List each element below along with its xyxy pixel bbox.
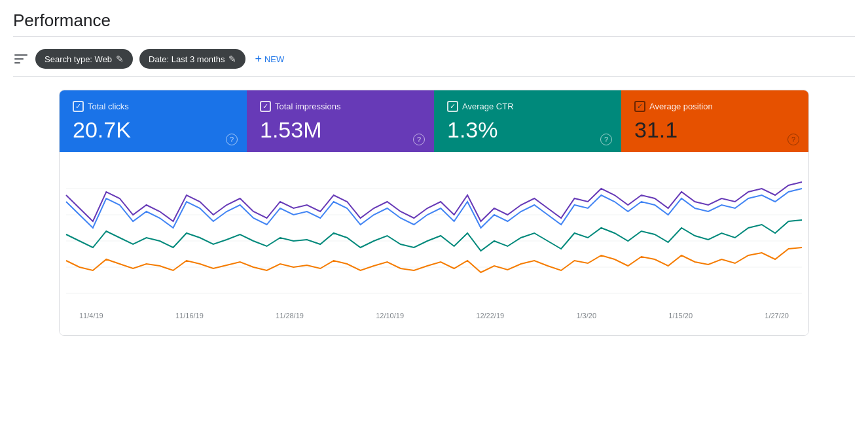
check-icon-position <box>634 101 645 112</box>
chart-card: Total clicks 20.7K ? Total impressions 1… <box>59 90 809 336</box>
line-ctr <box>66 220 802 251</box>
metric-value-position: 31.1 <box>634 117 795 143</box>
metric-header-clicks: Total clicks <box>73 101 234 112</box>
svg-rect-1 <box>14 58 24 60</box>
help-icon-ctr[interactable]: ? <box>600 134 612 145</box>
filter-icon[interactable] <box>13 51 29 67</box>
line-impressions <box>66 182 802 221</box>
date-label: Date: Last 3 months <box>149 54 225 64</box>
metric-tile-impressions[interactable]: Total impressions 1.53M ? <box>247 90 434 152</box>
search-type-edit-icon: ✎ <box>116 54 124 64</box>
toolbar-divider <box>13 76 855 77</box>
metric-label-position: Average position <box>649 101 713 111</box>
x-label-3: 12/10/19 <box>376 312 404 320</box>
toolbar: Search type: Web ✎ Date: Last 3 months ✎… <box>13 42 855 76</box>
metric-label-impressions: Total impressions <box>275 101 340 111</box>
search-type-label: Search type: Web <box>45 54 112 64</box>
check-icon-ctr <box>447 101 458 112</box>
help-icon-impressions[interactable]: ? <box>413 134 425 145</box>
metric-label-ctr: Average CTR <box>462 101 514 111</box>
page-container: Performance Search type: Web ✎ Date: Las… <box>0 0 868 359</box>
x-label-6: 1/15/20 <box>668 312 693 320</box>
new-label: NEW <box>264 54 284 64</box>
search-type-button[interactable]: Search type: Web ✎ <box>35 49 133 69</box>
metric-tile-ctr[interactable]: Average CTR 1.3% ? <box>434 90 621 152</box>
metric-value-impressions: 1.53M <box>260 117 421 143</box>
svg-rect-0 <box>14 54 27 56</box>
metric-label-clicks: Total clicks <box>88 101 129 111</box>
x-axis-labels: 11/4/19 11/16/19 11/28/19 12/10/19 12/22… <box>66 309 802 323</box>
date-filter-button[interactable]: Date: Last 3 months ✎ <box>139 49 245 69</box>
new-filter-button[interactable]: + NEW <box>252 48 287 69</box>
metric-header-impressions: Total impressions <box>260 101 421 112</box>
metric-header-position: Average position <box>634 101 795 112</box>
x-label-4: 12/22/19 <box>476 312 504 320</box>
line-position <box>66 248 802 272</box>
help-icon-clicks[interactable]: ? <box>226 134 238 145</box>
check-icon-impressions <box>260 101 271 112</box>
x-label-2: 11/28/19 <box>276 312 304 320</box>
line-chart-svg <box>66 162 802 306</box>
check-icon-clicks <box>73 101 84 112</box>
page-title: Performance <box>13 10 855 31</box>
x-label-7: 1/27/20 <box>765 312 789 320</box>
metric-value-clicks: 20.7K <box>73 117 234 143</box>
metric-tile-position[interactable]: Average position 31.1 ? <box>621 90 808 152</box>
top-divider <box>13 36 855 37</box>
help-icon-position[interactable]: ? <box>787 134 799 145</box>
line-clicks <box>66 189 802 228</box>
svg-rect-2 <box>14 62 20 64</box>
x-label-5: 1/3/20 <box>576 312 596 320</box>
metric-value-ctr: 1.3% <box>447 117 608 143</box>
metrics-row: Total clicks 20.7K ? Total impressions 1… <box>60 90 808 152</box>
metric-tile-clicks[interactable]: Total clicks 20.7K ? <box>60 90 247 152</box>
metric-header-ctr: Average CTR <box>447 101 608 112</box>
chart-area: 11/4/19 11/16/19 11/28/19 12/10/19 12/22… <box>60 152 808 335</box>
plus-icon: + <box>255 53 262 65</box>
x-label-0: 11/4/19 <box>79 312 103 320</box>
x-label-1: 11/16/19 <box>175 312 204 320</box>
date-edit-icon: ✎ <box>228 54 236 64</box>
